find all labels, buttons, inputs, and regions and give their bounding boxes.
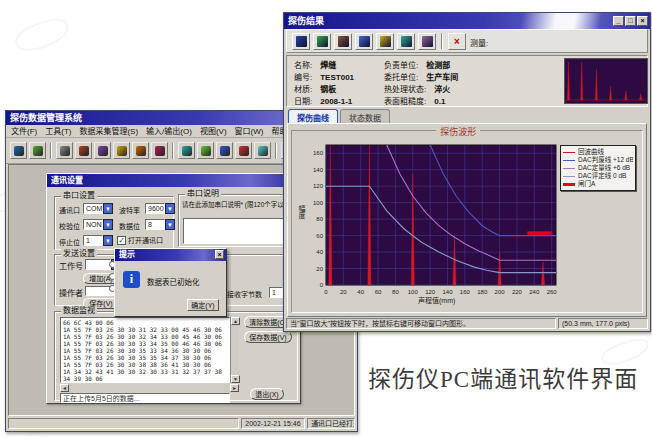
desc-textarea[interactable] bbox=[183, 218, 286, 244]
toolbar-icon[interactable] bbox=[178, 142, 195, 159]
bytes-combo[interactable]: 1 bbox=[269, 287, 283, 298]
chart-icon[interactable] bbox=[313, 33, 331, 50]
svg-text:140: 140 bbox=[313, 167, 324, 173]
vertical-scrollbar[interactable]: ▲ ▼ bbox=[230, 317, 239, 383]
toolbar-icon[interactable] bbox=[132, 142, 149, 159]
data-monitor-list[interactable]: 66 6C 43 00 061A 55 7F 03 26 30 30 31 32… bbox=[60, 317, 230, 383]
chevron-down-icon[interactable]: ▼ bbox=[165, 219, 175, 230]
home-icon[interactable] bbox=[376, 33, 394, 50]
svg-text:60: 60 bbox=[375, 289, 382, 295]
operator-label: 操作者 bbox=[59, 287, 83, 298]
通讯口-value[interactable]: COM1 bbox=[83, 203, 103, 214]
svg-text:80: 80 bbox=[316, 216, 323, 222]
save-data-button[interactable]: 保存数据(V) bbox=[244, 331, 292, 343]
minimize-icon[interactable]: _ bbox=[613, 16, 624, 26]
result-title-bar[interactable]: 探伤结果 _□× bbox=[284, 13, 650, 29]
toolbar-icon[interactable] bbox=[113, 142, 130, 159]
svg-text:160: 160 bbox=[460, 289, 471, 295]
ok-button[interactable]: 确定(Y) bbox=[187, 299, 219, 311]
camera-icon[interactable] bbox=[334, 33, 352, 50]
toolbar-separator bbox=[50, 143, 52, 159]
toolbar-separator bbox=[441, 33, 443, 49]
ruler-icon[interactable] bbox=[418, 33, 436, 50]
chevron-down-icon[interactable]: ▼ bbox=[165, 203, 175, 214]
info-value: 淬火 bbox=[434, 85, 450, 94]
menu-item[interactable]: 数据采集管理(S) bbox=[79, 125, 138, 137]
hex-row: 1A 55 7F 03 26 30 30 33 34 35 00 46 46 3… bbox=[63, 340, 227, 347]
toolbar-icon[interactable] bbox=[29, 142, 46, 159]
maximize-icon[interactable]: □ bbox=[625, 16, 636, 26]
info-field: 负责单位:检测部 bbox=[384, 59, 450, 70]
legend-swatch bbox=[563, 168, 575, 169]
info-label: 热处理状态: bbox=[384, 85, 426, 94]
menu-item[interactable]: 视图(V) bbox=[200, 125, 227, 137]
hex-row: 66 6C 43 00 06 bbox=[63, 319, 227, 326]
result-toolbar: × bbox=[286, 29, 648, 53]
toolbar-icon[interactable] bbox=[94, 142, 111, 159]
info-field: 表面粗糙度:0.1 bbox=[384, 95, 445, 106]
open-port-checkbox[interactable]: ✓ bbox=[117, 236, 126, 245]
document-icon[interactable] bbox=[355, 33, 373, 50]
serial-field-combo: 1▼ bbox=[83, 235, 113, 246]
legend-item: DAC定量线 +6 dB bbox=[563, 164, 633, 172]
info-value: TEST001 bbox=[320, 73, 354, 82]
波特率-value[interactable]: 9600 bbox=[145, 203, 165, 214]
legend-item: 回波曲线 bbox=[563, 148, 633, 156]
svg-text:60: 60 bbox=[316, 233, 323, 239]
result-status-hint: 当"窗口放大"按钮按下时，按鼠标右键可移动窗口内图形。 bbox=[286, 318, 556, 329]
chevron-down-icon[interactable]: ▼ bbox=[103, 219, 113, 230]
screenshot-canvas: { "caption": "探伤仪PC端通讯软件界面", "main_windo… bbox=[0, 0, 652, 439]
status-port: 通讯口已经打开 bbox=[307, 418, 355, 429]
info-icon: i bbox=[123, 271, 140, 288]
数据位-value[interactable]: 8 bbox=[145, 219, 165, 230]
toolbar-icon[interactable] bbox=[10, 142, 27, 159]
msgbox-title-bar[interactable]: 提示 × bbox=[115, 249, 226, 261]
toolbar-icon[interactable] bbox=[197, 142, 214, 159]
tool-glyph-icon bbox=[155, 146, 165, 156]
svg-text:40: 40 bbox=[357, 289, 364, 295]
menu-item[interactable]: 工具(T) bbox=[45, 125, 71, 137]
exit-button[interactable]: 退出(X) bbox=[250, 388, 284, 400]
status-time: 2002-12-21 15:46 bbox=[241, 418, 305, 429]
flaw-curve-chart[interactable]: 0204060801001201401601802002202402600204… bbox=[304, 141, 566, 309]
horizontal-scrollbar[interactable]: ◄► bbox=[60, 384, 239, 392]
dialog-title-bar[interactable]: 通讯设置 × bbox=[47, 174, 300, 187]
legend-swatch bbox=[563, 183, 575, 186]
delete-icon[interactable]: × bbox=[448, 33, 466, 50]
info-value: 生产车间 bbox=[426, 73, 458, 82]
toolbar-icon[interactable] bbox=[254, 142, 271, 159]
wave-report-icon[interactable] bbox=[292, 33, 310, 50]
close-icon[interactable]: × bbox=[215, 250, 224, 259]
chevron-down-icon[interactable]: ▼ bbox=[103, 235, 113, 246]
glyph bbox=[401, 36, 412, 47]
info-label: 编号: bbox=[294, 73, 312, 82]
toolbar-icon[interactable] bbox=[56, 142, 73, 159]
window-zoom-icon[interactable] bbox=[397, 33, 415, 50]
校验位-value[interactable]: NONE bbox=[83, 219, 103, 230]
menu-item[interactable]: 文件(F) bbox=[11, 125, 37, 137]
toolbar-icon[interactable] bbox=[216, 142, 233, 159]
toolbar-icon[interactable] bbox=[235, 142, 252, 159]
toolbar-icon[interactable] bbox=[151, 142, 168, 159]
hex-row: 1A 34 32 43 41 30 30 32 30 33 31 32 37 3… bbox=[63, 382, 227, 383]
work-no-combo[interactable] bbox=[85, 259, 111, 270]
tool-glyph-icon bbox=[33, 146, 43, 156]
menu-item[interactable]: 输入/输出(O) bbox=[146, 125, 192, 137]
serial-field-label: 数据位 bbox=[119, 221, 140, 231]
tool-glyph-icon bbox=[14, 146, 24, 156]
chevron-down-icon[interactable]: ▼ bbox=[103, 203, 113, 214]
toolbar-icon[interactable] bbox=[75, 142, 92, 159]
menu-item[interactable]: 窗口(W) bbox=[235, 125, 264, 137]
glyph bbox=[317, 36, 328, 47]
progress-field: 正在上传5月5日的数据... bbox=[60, 393, 230, 403]
svg-text:220: 220 bbox=[512, 289, 523, 295]
hex-row: 1A 34 32 43 41 30 30 32 30 33 31 32 37 3… bbox=[63, 368, 227, 382]
status-message bbox=[8, 418, 239, 429]
close-icon[interactable]: × bbox=[637, 16, 648, 26]
svg-text:100: 100 bbox=[408, 289, 419, 295]
serial-field-combo: NONE▼ bbox=[83, 219, 113, 230]
info-label: 委托单位: bbox=[384, 73, 418, 82]
caption-text: 探伤仪PC端通讯软件界面 bbox=[368, 360, 648, 394]
svg-text:240: 240 bbox=[529, 289, 540, 295]
停止位-value[interactable]: 1 bbox=[83, 235, 103, 246]
